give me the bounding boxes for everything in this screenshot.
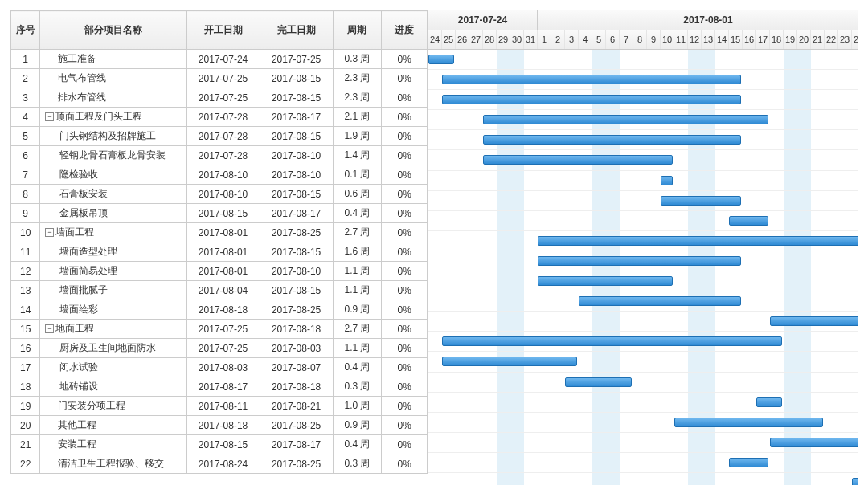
gantt-bar[interactable] — [538, 256, 741, 266]
table-row[interactable]: 20其他工程2017-08-182017-08-250.9 周0% — [11, 416, 428, 435]
day-header: 5 — [592, 30, 606, 49]
collapse-toggle-icon[interactable]: − — [45, 228, 54, 237]
gantt-bar[interactable] — [483, 135, 741, 145]
gantt-bar[interactable] — [729, 216, 768, 226]
day-header: 27 — [469, 30, 483, 49]
gantt-row — [428, 453, 858, 473]
cell-start: 2017-08-03 — [186, 358, 260, 377]
gantt-bar[interactable] — [770, 438, 858, 447]
task-name-label: 排水布管线 — [58, 91, 106, 104]
gantt-bar[interactable] — [674, 418, 823, 427]
table-row[interactable]: 3排水布管线2017-07-252017-08-152.3 周0% — [11, 88, 428, 108]
gantt-bar[interactable] — [538, 276, 673, 286]
cell-seq: 4 — [11, 108, 40, 127]
cell-dur: 1.1 周 — [333, 262, 382, 281]
table-row[interactable]: 11墙面造型处理2017-08-012017-08-151.6 周0% — [11, 243, 428, 262]
cell-seq: 1 — [11, 50, 40, 69]
cell-seq: 10 — [11, 223, 40, 243]
cell-name: 地砖铺设 — [40, 377, 186, 397]
gantt-bar[interactable] — [428, 55, 454, 64]
table-row[interactable]: 8石膏板安装2017-08-102017-08-150.6 周0% — [11, 185, 428, 204]
day-header: 4 — [579, 30, 592, 49]
table-row[interactable]: 21安装工程2017-08-152017-08-170.4 周0% — [11, 435, 428, 454]
day-header: 11 — [674, 30, 688, 49]
table-row[interactable]: 17闭水试验2017-08-032017-08-070.4 周0% — [11, 358, 428, 377]
cell-prog: 0% — [382, 397, 428, 416]
table-row[interactable]: 2电气布管线2017-07-252017-08-152.3 周0% — [11, 69, 428, 88]
table-row[interactable]: 19门安装分项工程2017-08-112017-08-211.0 周0% — [11, 397, 428, 416]
gantt-row — [428, 473, 858, 485]
table-row[interactable]: 4−顶面工程及门头工程2017-07-282017-08-172.1 周0% — [11, 108, 428, 127]
cell-seq: 14 — [11, 300, 40, 320]
table-row[interactable]: 6轻钢龙骨石膏板龙骨安装2017-07-282017-08-101.4 周0% — [11, 146, 428, 165]
cell-end: 2017-08-10 — [260, 262, 333, 281]
col-start[interactable]: 开工日期 — [186, 11, 260, 50]
task-name-label: 安装工程 — [58, 438, 96, 451]
gantt-bar[interactable] — [770, 316, 858, 326]
table-row[interactable]: 15−地面工程2017-07-252017-08-182.7 周0% — [11, 320, 428, 339]
cell-start: 2017-08-24 — [186, 454, 260, 474]
table-row[interactable]: 22清洁卫生工程报验、移交2017-08-242017-08-250.3 周0% — [11, 454, 428, 474]
table-row[interactable]: 7隐检验收2017-08-102017-08-100.1 周0% — [11, 165, 428, 185]
cell-end: 2017-08-17 — [260, 108, 333, 127]
day-header: 12 — [688, 30, 702, 49]
table-row[interactable]: 9金属板吊顶2017-08-152017-08-170.4 周0% — [11, 204, 428, 223]
gantt-bar[interactable] — [442, 95, 741, 104]
cell-name: 电气布管线 — [40, 69, 186, 88]
col-name[interactable]: 部分项目名称 — [40, 11, 186, 50]
day-header: 20 — [797, 30, 811, 49]
col-dur[interactable]: 周期 — [333, 11, 382, 50]
day-header: 30 — [510, 30, 524, 49]
cell-prog: 0% — [382, 88, 428, 108]
cell-seq: 16 — [11, 339, 40, 358]
cell-dur: 0.3 周 — [333, 454, 382, 474]
gantt-bar[interactable] — [538, 236, 858, 246]
col-end[interactable]: 完工日期 — [260, 11, 333, 50]
gantt-bar[interactable] — [483, 155, 673, 165]
gantt-bar[interactable] — [565, 377, 632, 387]
task-name-label: 门头钢结构及招牌施工 — [59, 129, 156, 143]
cell-seq: 8 — [11, 185, 40, 204]
gantt-bar[interactable] — [729, 458, 768, 467]
cell-end: 2017-08-18 — [260, 377, 333, 397]
collapse-toggle-icon[interactable]: − — [45, 112, 54, 121]
cell-start: 2017-08-10 — [186, 165, 260, 185]
table-row[interactable]: 1施工准备2017-07-242017-07-250.3 周0% — [11, 50, 428, 69]
table-row[interactable]: 14墙面绘彩2017-08-182017-08-250.9 周0% — [11, 300, 428, 320]
gantt-bar[interactable] — [756, 397, 782, 407]
gantt-bar[interactable] — [442, 336, 782, 346]
day-header: 24 — [852, 30, 858, 49]
gantt-bar[interactable] — [579, 296, 741, 306]
cell-start: 2017-07-24 — [186, 50, 260, 69]
cell-name: 墙面批腻子 — [40, 281, 186, 300]
gantt-bar[interactable] — [852, 478, 858, 485]
collapse-toggle-icon[interactable]: − — [45, 324, 54, 333]
cell-end: 2017-08-25 — [260, 300, 333, 320]
timeline-rows — [428, 50, 858, 485]
col-prog[interactable]: 进度 — [382, 11, 428, 50]
gantt-bar[interactable] — [442, 75, 741, 84]
task-name-label: 地砖铺设 — [59, 380, 98, 393]
cell-name: 门安装分项工程 — [40, 397, 186, 416]
cell-dur: 0.4 周 — [333, 358, 382, 377]
table-row[interactable]: 13墙面批腻子2017-08-042017-08-151.1 周0% — [11, 281, 428, 300]
cell-seq: 20 — [11, 416, 40, 435]
cell-name: 清洁卫生工程报验、移交 — [40, 454, 186, 474]
col-seq[interactable]: 序号 — [11, 11, 40, 50]
gantt-bar[interactable] — [483, 115, 768, 124]
gantt-bar[interactable] — [661, 176, 673, 185]
table-row[interactable]: 18地砖铺设2017-08-172017-08-180.3 周0% — [11, 377, 428, 397]
day-header: 19 — [784, 30, 797, 49]
cell-seq: 11 — [11, 243, 40, 262]
gantt-bar[interactable] — [661, 196, 741, 206]
table-row[interactable]: 12墙面简易处理2017-08-012017-08-101.1 周0% — [11, 262, 428, 281]
table-row[interactable]: 5门头钢结构及招牌施工2017-07-282017-08-151.9 周0% — [11, 127, 428, 146]
cell-prog: 0% — [382, 223, 428, 243]
cell-end: 2017-07-25 — [260, 50, 333, 69]
gantt-bar[interactable] — [442, 357, 577, 366]
table-row[interactable]: 16厨房及卫生间地面防水2017-07-252017-08-031.1 周0% — [11, 339, 428, 358]
task-table: 序号 部分项目名称 开工日期 完工日期 周期 进度 1施工准备2017-07-2… — [10, 10, 428, 474]
cell-dur: 1.1 周 — [333, 339, 382, 358]
table-row[interactable]: 10−墙面工程2017-08-012017-08-252.7 周0% — [11, 223, 428, 243]
cell-end: 2017-08-10 — [260, 146, 333, 165]
